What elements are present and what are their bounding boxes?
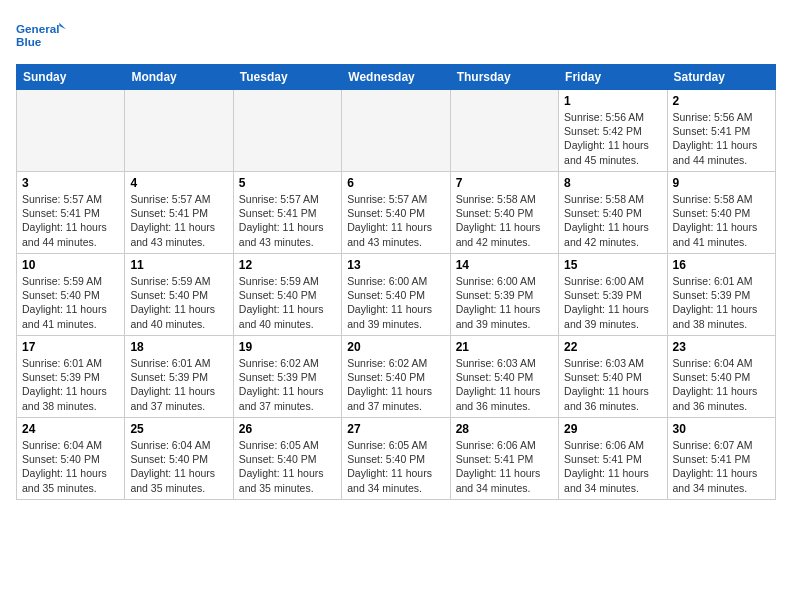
day-info: Sunrise: 6:04 AMSunset: 5:40 PMDaylight:… [130,438,227,495]
calendar-cell: 17Sunrise: 6:01 AMSunset: 5:39 PMDayligh… [17,336,125,418]
day-number: 21 [456,340,553,354]
calendar-cell: 10Sunrise: 5:59 AMSunset: 5:40 PMDayligh… [17,254,125,336]
day-number: 13 [347,258,444,272]
calendar-cell: 3Sunrise: 5:57 AMSunset: 5:41 PMDaylight… [17,172,125,254]
day-number: 16 [673,258,770,272]
day-number: 25 [130,422,227,436]
day-info: Sunrise: 6:00 AMSunset: 5:39 PMDaylight:… [564,274,661,331]
day-info: Sunrise: 5:58 AMSunset: 5:40 PMDaylight:… [564,192,661,249]
weekday-header: Saturday [667,65,775,90]
day-number: 28 [456,422,553,436]
calendar-cell: 18Sunrise: 6:01 AMSunset: 5:39 PMDayligh… [125,336,233,418]
day-info: Sunrise: 6:04 AMSunset: 5:40 PMDaylight:… [22,438,119,495]
calendar-cell: 29Sunrise: 6:06 AMSunset: 5:41 PMDayligh… [559,418,667,500]
calendar-cell [233,90,341,172]
calendar-cell: 28Sunrise: 6:06 AMSunset: 5:41 PMDayligh… [450,418,558,500]
day-info: Sunrise: 6:04 AMSunset: 5:40 PMDaylight:… [673,356,770,413]
calendar-cell [450,90,558,172]
weekday-header: Sunday [17,65,125,90]
day-number: 19 [239,340,336,354]
calendar-cell: 5Sunrise: 5:57 AMSunset: 5:41 PMDaylight… [233,172,341,254]
day-info: Sunrise: 6:03 AMSunset: 5:40 PMDaylight:… [456,356,553,413]
weekday-header: Tuesday [233,65,341,90]
day-info: Sunrise: 5:57 AMSunset: 5:41 PMDaylight:… [239,192,336,249]
day-info: Sunrise: 5:59 AMSunset: 5:40 PMDaylight:… [22,274,119,331]
weekday-header-row: SundayMondayTuesdayWednesdayThursdayFrid… [17,65,776,90]
day-number: 12 [239,258,336,272]
calendar-cell: 4Sunrise: 5:57 AMSunset: 5:41 PMDaylight… [125,172,233,254]
calendar-cell: 21Sunrise: 6:03 AMSunset: 5:40 PMDayligh… [450,336,558,418]
calendar-week-row: 24Sunrise: 6:04 AMSunset: 5:40 PMDayligh… [17,418,776,500]
svg-text:General: General [16,22,59,35]
weekday-header: Wednesday [342,65,450,90]
page-header: General Blue [16,16,776,56]
calendar-cell: 26Sunrise: 6:05 AMSunset: 5:40 PMDayligh… [233,418,341,500]
day-number: 18 [130,340,227,354]
calendar-table: SundayMondayTuesdayWednesdayThursdayFrid… [16,64,776,500]
day-number: 23 [673,340,770,354]
day-info: Sunrise: 6:06 AMSunset: 5:41 PMDaylight:… [564,438,661,495]
day-info: Sunrise: 5:57 AMSunset: 5:41 PMDaylight:… [22,192,119,249]
calendar-cell [342,90,450,172]
day-number: 6 [347,176,444,190]
day-info: Sunrise: 5:57 AMSunset: 5:41 PMDaylight:… [130,192,227,249]
calendar-cell: 15Sunrise: 6:00 AMSunset: 5:39 PMDayligh… [559,254,667,336]
day-info: Sunrise: 5:59 AMSunset: 5:40 PMDaylight:… [130,274,227,331]
svg-text:Blue: Blue [16,35,42,48]
calendar-cell: 27Sunrise: 6:05 AMSunset: 5:40 PMDayligh… [342,418,450,500]
calendar-cell: 8Sunrise: 5:58 AMSunset: 5:40 PMDaylight… [559,172,667,254]
day-number: 5 [239,176,336,190]
day-number: 15 [564,258,661,272]
day-number: 20 [347,340,444,354]
calendar-week-row: 17Sunrise: 6:01 AMSunset: 5:39 PMDayligh… [17,336,776,418]
calendar-cell: 1Sunrise: 5:56 AMSunset: 5:42 PMDaylight… [559,90,667,172]
calendar-cell: 19Sunrise: 6:02 AMSunset: 5:39 PMDayligh… [233,336,341,418]
day-info: Sunrise: 6:00 AMSunset: 5:39 PMDaylight:… [456,274,553,331]
day-number: 30 [673,422,770,436]
day-info: Sunrise: 6:01 AMSunset: 5:39 PMDaylight:… [130,356,227,413]
day-number: 2 [673,94,770,108]
day-number: 26 [239,422,336,436]
day-info: Sunrise: 6:01 AMSunset: 5:39 PMDaylight:… [673,274,770,331]
day-number: 17 [22,340,119,354]
weekday-header: Friday [559,65,667,90]
calendar-cell: 30Sunrise: 6:07 AMSunset: 5:41 PMDayligh… [667,418,775,500]
calendar-cell: 23Sunrise: 6:04 AMSunset: 5:40 PMDayligh… [667,336,775,418]
day-info: Sunrise: 6:01 AMSunset: 5:39 PMDaylight:… [22,356,119,413]
day-number: 8 [564,176,661,190]
day-number: 24 [22,422,119,436]
calendar-cell: 14Sunrise: 6:00 AMSunset: 5:39 PMDayligh… [450,254,558,336]
weekday-header: Monday [125,65,233,90]
day-info: Sunrise: 5:59 AMSunset: 5:40 PMDaylight:… [239,274,336,331]
calendar-cell: 24Sunrise: 6:04 AMSunset: 5:40 PMDayligh… [17,418,125,500]
day-number: 4 [130,176,227,190]
day-info: Sunrise: 6:06 AMSunset: 5:41 PMDaylight:… [456,438,553,495]
day-info: Sunrise: 6:03 AMSunset: 5:40 PMDaylight:… [564,356,661,413]
day-number: 1 [564,94,661,108]
day-number: 9 [673,176,770,190]
day-info: Sunrise: 6:02 AMSunset: 5:40 PMDaylight:… [347,356,444,413]
calendar-cell: 13Sunrise: 6:00 AMSunset: 5:40 PMDayligh… [342,254,450,336]
day-info: Sunrise: 5:56 AMSunset: 5:41 PMDaylight:… [673,110,770,167]
day-info: Sunrise: 6:05 AMSunset: 5:40 PMDaylight:… [239,438,336,495]
calendar-cell [17,90,125,172]
day-number: 11 [130,258,227,272]
calendar-cell: 20Sunrise: 6:02 AMSunset: 5:40 PMDayligh… [342,336,450,418]
calendar-cell: 2Sunrise: 5:56 AMSunset: 5:41 PMDaylight… [667,90,775,172]
day-info: Sunrise: 5:56 AMSunset: 5:42 PMDaylight:… [564,110,661,167]
day-number: 29 [564,422,661,436]
calendar-week-row: 1Sunrise: 5:56 AMSunset: 5:42 PMDaylight… [17,90,776,172]
day-number: 14 [456,258,553,272]
calendar-cell: 22Sunrise: 6:03 AMSunset: 5:40 PMDayligh… [559,336,667,418]
calendar-cell: 12Sunrise: 5:59 AMSunset: 5:40 PMDayligh… [233,254,341,336]
day-number: 7 [456,176,553,190]
logo: General Blue [16,16,66,56]
calendar-cell: 7Sunrise: 5:58 AMSunset: 5:40 PMDaylight… [450,172,558,254]
calendar-cell: 9Sunrise: 5:58 AMSunset: 5:40 PMDaylight… [667,172,775,254]
day-info: Sunrise: 5:58 AMSunset: 5:40 PMDaylight:… [456,192,553,249]
calendar-cell: 25Sunrise: 6:04 AMSunset: 5:40 PMDayligh… [125,418,233,500]
day-info: Sunrise: 6:05 AMSunset: 5:40 PMDaylight:… [347,438,444,495]
day-number: 27 [347,422,444,436]
calendar-week-row: 10Sunrise: 5:59 AMSunset: 5:40 PMDayligh… [17,254,776,336]
day-info: Sunrise: 5:57 AMSunset: 5:40 PMDaylight:… [347,192,444,249]
